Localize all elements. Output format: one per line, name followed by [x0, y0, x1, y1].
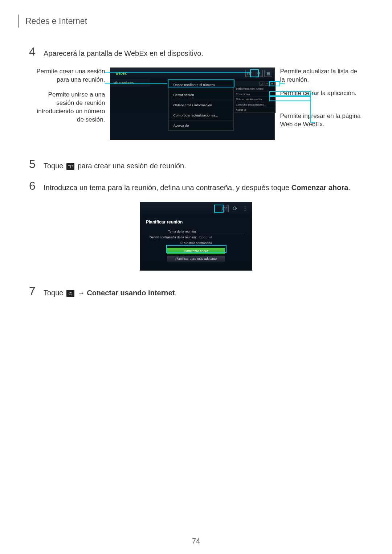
step-7: 7 Toque ✆ → Conectar usando internet.	[29, 285, 363, 298]
mini-refresh-icon: ⟳	[265, 82, 270, 86]
menu-more-info[interactable]: Obtener más información	[169, 100, 233, 110]
lead-create	[105, 72, 250, 73]
callout-webex-page: Permite ingresar en la página Web de Web…	[280, 112, 363, 129]
plan-later-button[interactable]: Planificar para más adelante	[167, 256, 225, 262]
step5-post: para crear una sesión de reunión.	[78, 162, 186, 170]
mock-mini-menu: ◻ ⟳ ▤ Únase mediante el número Cerrar se…	[234, 81, 275, 113]
step6-text-c: .	[348, 184, 350, 192]
lead-join	[105, 83, 167, 84]
step-5: 5 Toque ◻⁺ para crear una sesión de reun…	[29, 158, 363, 171]
mini-row-about: Acerca de	[234, 107, 275, 112]
label-tema: Tema de la reunión:	[146, 230, 197, 233]
label-password: Definir contraseña de la reunión:	[146, 235, 197, 239]
plan-title: Planificar reunión	[140, 215, 252, 228]
step-number: 5	[29, 158, 44, 170]
menu-sign-out[interactable]: Cerrar sesión	[169, 90, 233, 100]
menu-icon[interactable]: ▤	[264, 70, 272, 77]
step-number: 6	[29, 180, 44, 192]
start-now-button[interactable]: Comenzar ahora	[167, 248, 225, 254]
mini-row-signout: Cerrar sesión	[234, 92, 275, 97]
step7-arrow: →	[78, 289, 87, 297]
step-4: 4 Aparecerá la pantalla de WebEx en el d…	[29, 46, 363, 59]
step-text: Introduzca un tema para la reunión, defi…	[44, 180, 350, 193]
step-text: Toque ◻⁺ para crear una sesión de reunió…	[44, 158, 186, 171]
section-title: Redes e Internet	[25, 16, 87, 26]
checkbox-show-password[interactable]: Mostrar contraseña	[140, 240, 252, 246]
step-number: 7	[29, 285, 44, 297]
step7-end: .	[175, 289, 177, 297]
step-text: Toque ✆ → Conectar usando internet.	[44, 285, 177, 298]
create-meeting-icon[interactable]: ◻⁺	[245, 70, 253, 77]
lead-webex-v	[310, 99, 311, 122]
callout-join-session: Permite unirse a una sesión de reunión i…	[29, 91, 105, 124]
step-6: 6 Introduzca un tema para la reunión, de…	[29, 180, 363, 193]
placeholder-opcional: Opcional	[199, 235, 212, 239]
plan-meeting-mock: ◻⁺ ⟳ ⋮ Planificar reunión Tema de la reu…	[140, 202, 252, 271]
page-number: 74	[0, 537, 392, 545]
step7-bold: Conectar usando internet	[87, 289, 175, 297]
mini-create-icon: ◻	[260, 82, 265, 86]
webex-app-mock: webex ◻⁺ ⟳ ▤ Mis reuniones Únase mediant…	[110, 67, 275, 140]
mock-sidebar: Mis reuniones	[110, 79, 150, 87]
mini-row-info: Obtener más información	[234, 97, 275, 102]
plan-refresh-icon[interactable]: ⟳	[231, 205, 239, 212]
lead-close	[310, 94, 315, 94]
lead-refresh	[280, 83, 285, 84]
step6-text-a: Introduzca un tema para la reunión, defi…	[44, 184, 291, 192]
step6-text-b: Comenzar ahora	[291, 184, 348, 192]
step-number: 4	[29, 46, 44, 57]
callout-create-session: Permite crear una sesión para una reunió…	[29, 67, 105, 84]
mock-overflow-menu: Únase mediante el número Cerrar sesión O…	[168, 79, 234, 131]
mini-row-join: Únase mediante el número	[234, 86, 275, 91]
menu-check-updates[interactable]: Comprobar actualizaciones...	[169, 110, 233, 120]
lead-webex	[310, 122, 315, 123]
callout-refresh-list: Permite actualizar la lista de la reunió…	[280, 67, 363, 84]
section-header: Redes e Internet	[18, 15, 363, 28]
plan-create-icon[interactable]: ◻⁺	[221, 205, 229, 212]
mini-menu-icon: ▤	[270, 82, 275, 86]
callout-close-app: Permite cerrar la aplicación.	[280, 89, 363, 98]
connect-icon: ✆	[66, 290, 74, 297]
plan-more-icon[interactable]: ⋮	[241, 205, 249, 212]
step5-pre: Toque	[44, 162, 65, 170]
mini-row-updates: Comprobar actualizaciones...	[234, 102, 275, 107]
create-session-icon: ◻⁺	[66, 163, 74, 170]
annotated-screenshot-1: Permite crear una sesión para una reunió…	[29, 67, 363, 140]
step7-pre: Toque	[44, 289, 65, 297]
refresh-icon[interactable]: ⟳	[255, 70, 263, 77]
menu-join-by-number[interactable]: Únase mediante el número	[169, 80, 233, 90]
step-text: Aparecerá la pantalla de WebEx en el dis…	[44, 46, 203, 59]
input-tema[interactable]	[199, 229, 246, 234]
menu-about[interactable]: Acerca de	[169, 120, 233, 130]
